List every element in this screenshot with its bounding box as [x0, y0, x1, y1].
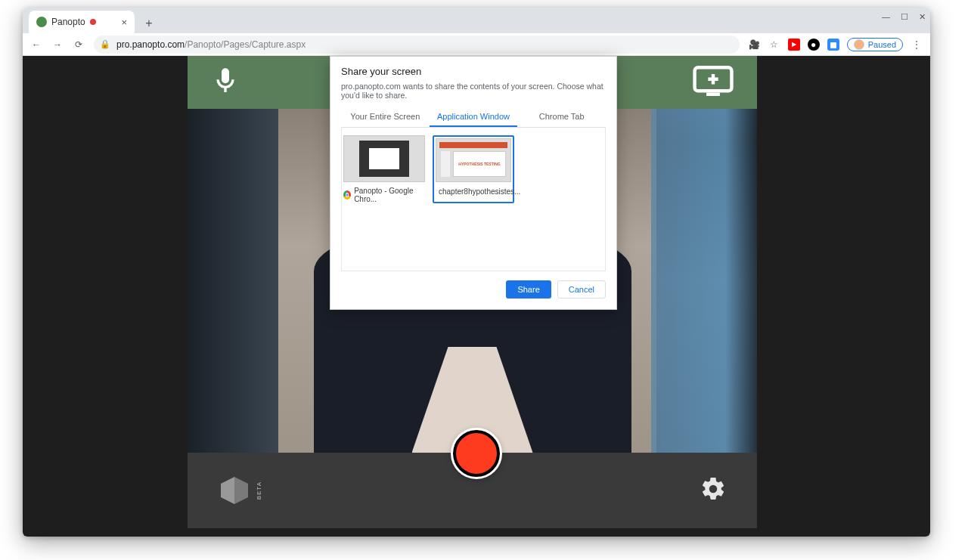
recording-indicator-icon: [90, 19, 96, 25]
svg-rect-1: [706, 93, 720, 96]
beta-label: BETA: [256, 481, 262, 500]
settings-button[interactable]: [700, 475, 727, 506]
maximize-button[interactable]: ☐: [901, 12, 908, 22]
zoom-ext-icon[interactable]: ◼: [827, 39, 839, 51]
youtube-ext-icon[interactable]: ▶: [788, 39, 800, 51]
tab-entire-screen[interactable]: Your Entire Screen: [341, 107, 430, 127]
window-controls: — ☐ ✕: [882, 12, 926, 22]
profile-chip[interactable]: Paused: [847, 38, 903, 51]
forward-button[interactable]: →: [51, 39, 64, 50]
adblock-ext-icon[interactable]: ●: [808, 39, 820, 51]
menu-icon[interactable]: ⋮: [911, 39, 923, 51]
cancel-button[interactable]: Cancel: [557, 280, 606, 299]
new-tab-button[interactable]: +: [139, 14, 159, 33]
record-button[interactable]: [453, 430, 500, 477]
panopto-hex-icon: [218, 474, 251, 507]
browser-window: — ☐ ✕ Panopto × + ← → ⟳ 🔒 pro.panopto.co…: [23, 8, 930, 537]
browser-toolbar: ← → ⟳ 🔒 pro.panopto.com/Panopto/Pages/Ca…: [23, 33, 930, 56]
url-host: pro.panopto.com: [116, 39, 185, 50]
screen-source-button[interactable]: [692, 66, 734, 99]
star-icon[interactable]: ☆: [768, 39, 780, 51]
minimize-button[interactable]: —: [882, 12, 890, 22]
avatar-icon: [854, 39, 864, 50]
tab-strip: Panopto × +: [23, 8, 930, 33]
dialog-subtitle: pro.panopto.com wants to share the conte…: [341, 82, 606, 100]
page-content: BETA Share your screen pro.panopto.com w…: [23, 56, 930, 537]
thumb-chrome-window[interactable]: Panopto - Google Chro...: [343, 135, 425, 203]
thumb-chrome-label: Panopto - Google Chro...: [354, 187, 425, 203]
panopto-favicon: [36, 17, 47, 27]
chrome-icon: [343, 190, 351, 200]
close-button[interactable]: ✕: [919, 12, 926, 22]
camera-ext-icon[interactable]: 🎥: [749, 39, 761, 51]
share-button[interactable]: Share: [506, 280, 551, 299]
microphone-source-button[interactable]: [210, 63, 240, 101]
tab-application-window[interactable]: Application Window: [430, 107, 518, 127]
address-bar[interactable]: 🔒 pro.panopto.com/Panopto/Pages/Capture.…: [94, 36, 740, 54]
share-screen-dialog: Share your screen pro.panopto.com wants …: [330, 56, 617, 310]
browser-tab-panopto[interactable]: Panopto ×: [29, 11, 135, 33]
reload-button[interactable]: ⟳: [73, 39, 85, 50]
tab-chrome-tab[interactable]: Chrome Tab: [517, 107, 606, 127]
dialog-title: Share your screen: [341, 66, 606, 77]
tab-close-icon[interactable]: ×: [121, 17, 127, 28]
extensions-row: 🎥 ☆ ▶ ● ◼ Paused ⋮: [749, 38, 923, 51]
share-tabs: Your Entire Screen Application Window Ch…: [341, 107, 606, 128]
tab-title: Panopto: [51, 17, 85, 27]
dialog-actions: Share Cancel: [341, 280, 606, 299]
thumb-ppt-label: chapter8hypothesistes...: [439, 187, 520, 196]
profile-status: Paused: [868, 40, 896, 49]
url-path: /Panopto/Pages/Capture.aspx: [185, 39, 306, 50]
back-button[interactable]: ←: [30, 39, 42, 50]
panopto-logo: BETA: [218, 474, 262, 507]
lock-icon: 🔒: [100, 39, 110, 49]
window-thumbnails: Panopto - Google Chro... HYPOTHESIS TEST…: [341, 128, 606, 271]
thumb-powerpoint-window[interactable]: HYPOTHESIS TESTING chapter8hypothesistes…: [433, 135, 514, 203]
